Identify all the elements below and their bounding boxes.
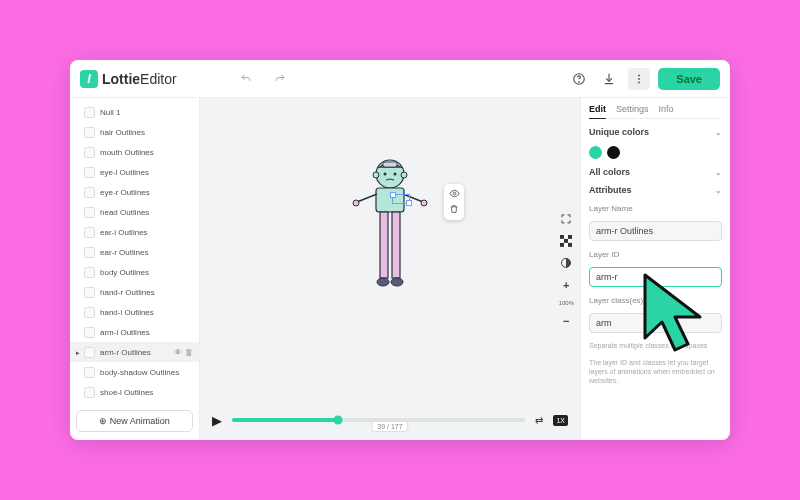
color-swatch[interactable] <box>607 146 620 159</box>
character-figure <box>350 154 430 296</box>
layer-thumb-icon <box>84 227 95 238</box>
layer-row[interactable]: ear-r Outlines <box>70 242 199 262</box>
canvas-toolbar: + 100% − <box>559 212 574 328</box>
selection-box[interactable] <box>392 194 410 204</box>
layer-label: head Outlines <box>100 208 149 217</box>
layer-thumb-icon <box>84 367 95 378</box>
layer-label: hand-l Outlines <box>100 308 154 317</box>
help-button[interactable] <box>568 68 590 90</box>
layer-thumb-icon <box>84 347 95 358</box>
play-button[interactable]: ▶ <box>212 413 222 428</box>
layer-sidebar: Null 1hair Outlinesmouth Outlineseye-l O… <box>70 98 200 440</box>
layer-row[interactable]: hand-l Outlines <box>70 302 199 322</box>
layer-row[interactable]: arm-l Outlines <box>70 322 199 342</box>
zoom-out-icon[interactable]: − <box>559 314 573 328</box>
layer-row[interactable]: ear-l Outlines <box>70 222 199 242</box>
app-window: l LottieEditor Save Null 1hair Outlinesm… <box>70 60 730 440</box>
chevron-icon: ⌄ <box>715 186 722 195</box>
layer-id-label: Layer ID <box>589 250 722 259</box>
layer-row[interactable]: body Outlines <box>70 262 199 282</box>
layer-row[interactable]: hair Outlines <box>70 122 199 142</box>
tab-edit[interactable]: Edit <box>589 104 606 119</box>
layer-row[interactable]: eye-l Outlines <box>70 162 199 182</box>
layer-row[interactable]: hand-r Outlines <box>70 282 199 302</box>
layer-row[interactable]: body-shadow Outlines <box>70 362 199 382</box>
visibility-icon[interactable]: 👁 <box>174 348 182 357</box>
attributes-header[interactable]: Attributes⌄ <box>589 185 722 195</box>
inspector-tabs: Edit Settings Info <box>589 104 722 119</box>
layer-thumb-icon <box>84 187 95 198</box>
svg-point-4 <box>638 81 640 83</box>
logo-mark-icon: l <box>80 70 98 88</box>
chevron-icon: ⌄ <box>715 168 722 177</box>
color-swatch[interactable] <box>589 146 602 159</box>
more-menu-button[interactable] <box>628 68 650 90</box>
svg-rect-14 <box>380 212 388 278</box>
frame-indicator: 39 / 177 <box>371 421 408 432</box>
canvas[interactable]: + 100% − <box>200 98 580 400</box>
speed-badge[interactable]: 1X <box>553 415 568 426</box>
layer-label: ear-l Outlines <box>100 228 148 237</box>
canvas-area: + 100% − ▶ ⇄ 1X 39 / 177 <box>200 98 580 440</box>
plus-icon: ⊕ <box>99 416 110 426</box>
svg-point-18 <box>453 192 456 195</box>
layer-name-input[interactable] <box>589 221 722 241</box>
layer-row[interactable]: Null 1 <box>70 102 199 122</box>
layer-list: Null 1hair Outlinesmouth Outlineseye-l O… <box>70 102 199 406</box>
layer-thumb-icon <box>84 327 95 338</box>
undo-button[interactable] <box>235 68 257 90</box>
layer-id-input[interactable] <box>589 267 722 287</box>
layer-thumb-icon <box>84 127 95 138</box>
loop-button[interactable]: ⇄ <box>535 415 543 426</box>
chevron-icon: ⌄ <box>715 128 722 137</box>
logo-text: LottieEditor <box>102 71 177 87</box>
layer-row[interactable]: head Outlines <box>70 202 199 222</box>
svg-point-17 <box>391 278 403 286</box>
svg-rect-20 <box>560 235 564 239</box>
all-colors-header[interactable]: All colors⌄ <box>589 167 722 177</box>
svg-point-10 <box>401 172 407 178</box>
save-button[interactable]: Save <box>658 68 720 90</box>
layer-row[interactable]: mouth Outlines <box>70 142 199 162</box>
layer-label: eye-r Outlines <box>100 188 150 197</box>
timeline: ▶ ⇄ 1X <box>200 400 580 440</box>
transparency-icon[interactable] <box>559 234 573 248</box>
layer-class-input[interactable] <box>589 313 722 333</box>
inspector-panel: Edit Settings Info Unique colors⌄ All co… <box>580 98 730 440</box>
logo[interactable]: l LottieEditor <box>80 70 177 88</box>
new-animation-label: New Animation <box>110 416 170 426</box>
layer-label: hair Outlines <box>100 128 145 137</box>
redo-button[interactable] <box>269 68 291 90</box>
visibility-icon[interactable] <box>449 188 460 201</box>
tab-info[interactable]: Info <box>659 104 674 114</box>
layer-row[interactable]: eye-r Outlines <box>70 182 199 202</box>
layer-thumb-icon <box>84 247 95 258</box>
layer-label: body-shadow Outlines <box>100 368 179 377</box>
delete-icon[interactable]: 🗑 <box>185 348 193 357</box>
download-button[interactable] <box>598 68 620 90</box>
unique-colors-header[interactable]: Unique colors⌄ <box>589 127 722 137</box>
layer-label: arm-l Outlines <box>100 328 150 337</box>
new-animation-button[interactable]: ⊕ New Animation <box>76 410 193 432</box>
layer-row[interactable]: shoe-r Outlines <box>70 402 199 406</box>
delete-icon[interactable] <box>449 204 459 216</box>
svg-point-16 <box>377 278 389 286</box>
svg-point-7 <box>384 172 387 175</box>
svg-point-2 <box>638 74 640 76</box>
svg-point-8 <box>394 172 397 175</box>
svg-point-9 <box>373 172 379 178</box>
contrast-icon[interactable] <box>559 256 573 270</box>
zoom-in-icon[interactable]: + <box>559 278 573 292</box>
svg-point-3 <box>638 78 640 80</box>
layer-row[interactable]: arm-r Outlines👁🗑 <box>70 342 199 362</box>
layer-thumb-icon <box>84 287 95 298</box>
svg-rect-6 <box>383 162 397 167</box>
layer-label: arm-r Outlines <box>100 348 151 357</box>
layer-row[interactable]: shoe-l Outlines <box>70 382 199 402</box>
svg-rect-23 <box>560 243 564 247</box>
tab-settings[interactable]: Settings <box>616 104 649 114</box>
body: Null 1hair Outlinesmouth Outlineseye-l O… <box>70 98 730 440</box>
id-class-hint: The layer ID and classes let you target … <box>589 358 722 385</box>
layer-label: eye-l Outlines <box>100 168 149 177</box>
fit-icon[interactable] <box>559 212 573 226</box>
